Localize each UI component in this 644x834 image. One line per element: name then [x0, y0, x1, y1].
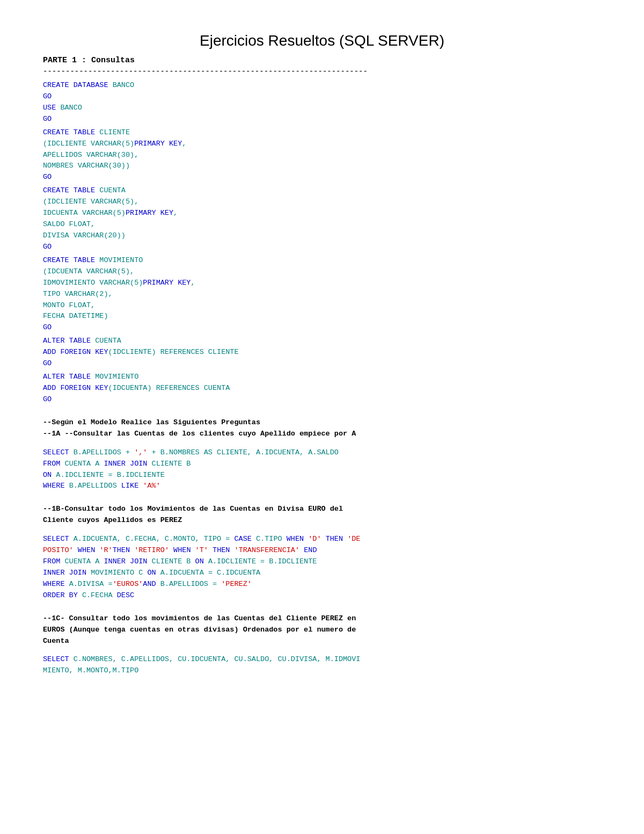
code-block-1: CREATE DATABASE BANCO GO USE BANCO GO [43, 80, 601, 125]
comment-1b: --1B-Consultar todo los Movimientos de l… [43, 504, 601, 526]
code-block-6: ALTER TABLE MOVIMIENTO ADD FOREIGN KEY(I… [43, 372, 601, 405]
query-1b: SELECT A.IDCUENTA, C.FECHA, C.MONTO, TIP… [43, 534, 601, 601]
query-1a: SELECT B.APELLIDOS + ',' + B.NOMBRES AS … [43, 447, 601, 492]
page-container: Ejercicios Resueltos (SQL SERVER) PARTE … [43, 32, 601, 677]
code-block-5: ALTER TABLE CUENTA ADD FOREIGN KEY(IDCLI… [43, 336, 601, 369]
code-block-4: CREATE TABLE MOVIMIENTO (IDCUENTA VARCHA… [43, 255, 601, 333]
code-block-2: CREATE TABLE CLIENTE (IDCLIENTE VARCHAR(… [43, 127, 601, 184]
comment-1a: --Según el Modelo Realice las Siguientes… [43, 417, 601, 440]
comment-1c: --1C- Consultar todo los movimientos de … [43, 613, 601, 647]
page-title: Ejercicios Resueltos (SQL SERVER) [43, 32, 601, 49]
code-block-3: CREATE TABLE CUENTA (IDCLIENTE VARCHAR(5… [43, 185, 601, 253]
query-1c: SELECT C.NOMBRES, C.APELLIDOS, CU.IDCUEN… [43, 654, 601, 677]
divider-line: ----------------------------------------… [43, 67, 601, 76]
section-header: PARTE 1 : Consultas [43, 56, 601, 65]
